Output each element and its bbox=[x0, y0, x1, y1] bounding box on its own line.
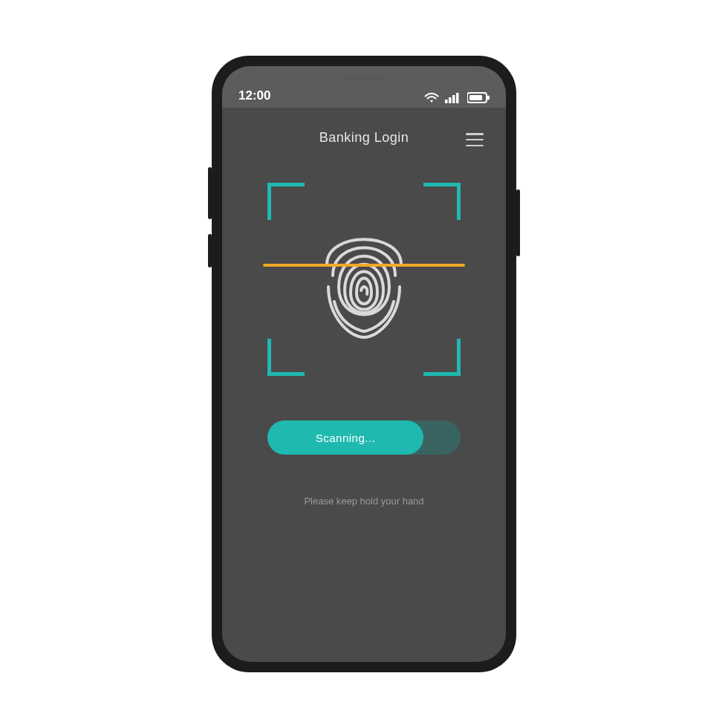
svg-rect-5 bbox=[469, 95, 482, 100]
fingerprint-icon bbox=[312, 212, 416, 346]
scan-line bbox=[263, 264, 465, 267]
fingerprint-scan-area[interactable] bbox=[267, 183, 461, 376]
scanning-button: Scanning... bbox=[267, 420, 423, 455]
svg-rect-2 bbox=[452, 95, 455, 103]
wifi-icon bbox=[424, 92, 439, 103]
scan-frame-corner bbox=[267, 183, 305, 220]
power-button bbox=[516, 189, 520, 256]
scan-frame-corner bbox=[423, 339, 461, 376]
volume-down-button bbox=[208, 234, 212, 267]
hint-text: Please keep hold your hand bbox=[222, 495, 506, 507]
hamburger-menu-button[interactable] bbox=[466, 133, 484, 146]
scanning-indicator[interactable]: Scanning... bbox=[267, 420, 461, 455]
status-bar: 12:00 bbox=[222, 66, 506, 108]
svg-rect-1 bbox=[449, 97, 452, 103]
phone-speaker bbox=[342, 75, 386, 81]
signal-icon bbox=[445, 92, 461, 103]
status-icons bbox=[424, 92, 490, 103]
svg-rect-3 bbox=[456, 93, 459, 103]
hamburger-icon bbox=[466, 133, 484, 135]
phone-frame: 12:00 bbox=[212, 56, 516, 672]
scanning-label: Scanning... bbox=[316, 432, 376, 444]
scan-frame-corner bbox=[267, 339, 305, 376]
phone-screen: 12:00 bbox=[222, 66, 506, 662]
svg-rect-0 bbox=[445, 100, 448, 103]
status-time: 12:00 bbox=[238, 88, 270, 103]
scan-frame-corner bbox=[423, 183, 461, 220]
svg-rect-6 bbox=[487, 96, 490, 100]
page-title: Banking Login bbox=[319, 130, 409, 146]
app-header: Banking Login bbox=[222, 108, 506, 153]
volume-up-button bbox=[208, 167, 212, 219]
battery-icon bbox=[467, 92, 490, 103]
